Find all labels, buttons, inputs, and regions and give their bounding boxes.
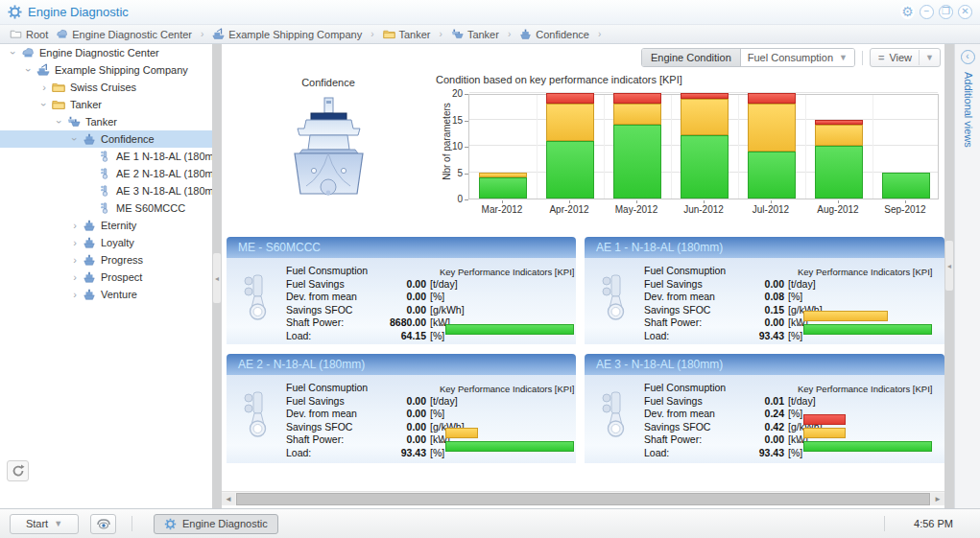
gear-icon: [164, 518, 177, 530]
metric-value: 0.15: [740, 304, 784, 317]
panel-header[interactable]: AE 2 - N-18-AL (180mm): [227, 354, 576, 375]
kpi-bar-yellow: [803, 428, 846, 438]
metric-unit: [%]: [430, 330, 444, 341]
tree-item-engine-diagnostic-center[interactable]: ›Engine Diagnostic Center: [0, 44, 212, 61]
metric-row: Fuel Savings0.01[t/day]: [644, 395, 823, 409]
metric-label: Load:: [286, 330, 382, 343]
breadcrumb-item[interactable]: Root: [6, 27, 52, 41]
engine-diagnostic-task-button[interactable]: Engine Diagnostic: [154, 514, 278, 534]
tree-item-swiss-cruises[interactable]: ›Swiss Cruises: [0, 79, 212, 96]
window-controls: ⚙ − ❐ ✕: [900, 5, 972, 19]
chart-bar-segment-yellow: [681, 99, 729, 136]
sidebar-splitter[interactable]: ◂: [212, 44, 222, 508]
kpi-bar-green: [445, 324, 574, 335]
panel-body: Fuel ConsmuptionFuel Savings0.00[t/day]D…: [227, 258, 576, 344]
sidebar-collapse-handle[interactable]: ◂: [213, 253, 221, 303]
breadcrumb-item[interactable]: Engine Diagnostic Center: [52, 27, 196, 41]
settings-icon[interactable]: ⚙: [900, 5, 915, 19]
metric-value: 0.00: [382, 433, 426, 447]
expand-chevron-icon[interactable]: ›: [69, 271, 81, 283]
engine-piston-icon: [239, 271, 274, 325]
tree-item-confidence[interactable]: ›Confidence: [0, 130, 212, 148]
x-tick-label: Apr-2012: [536, 204, 603, 215]
start-button[interactable]: Start ▼: [10, 514, 79, 534]
tree-item-example-shipping-company[interactable]: ›Example Shipping Company: [0, 61, 212, 79]
tree-item-tanker[interactable]: ›Tanker: [0, 113, 212, 130]
folder-icon: [383, 28, 395, 40]
engine-icon: [98, 201, 111, 215]
tree-item-ae-1-n-18-al-180mm[interactable]: AE 1 N-18-AL (180mm): [0, 148, 212, 165]
metric-label: Savings SFOC: [644, 304, 740, 317]
collapse-chevron-icon[interactable]: ›: [69, 133, 81, 145]
panel-header[interactable]: ME - S60MCCC: [227, 237, 576, 258]
breadcrumb-label: Example Shipping Company: [228, 29, 362, 40]
expand-chevron-icon[interactable]: ›: [69, 220, 81, 231]
chart-bar-segment-green: [882, 173, 930, 199]
vessel-illustration: [285, 90, 371, 221]
metric-unit: [%]: [788, 408, 802, 419]
task-button-label: Engine Diagnostic: [182, 518, 268, 529]
metric-value: 0.01: [740, 395, 784, 409]
expand-chevron-icon[interactable]: ›: [69, 237, 81, 248]
panel-header[interactable]: AE 1 - N-18-AL (180mm): [585, 237, 944, 258]
breadcrumb-item[interactable]: Confidence: [515, 27, 593, 41]
breadcrumb-separator-icon: ›: [370, 29, 373, 39]
folder-icon: [52, 81, 65, 94]
collapse-chevron-icon[interactable]: ›: [54, 116, 65, 128]
scroll-right-arrow[interactable]: ►: [931, 493, 944, 505]
refresh-button[interactable]: [7, 460, 29, 481]
expand-chevron-icon[interactable]: ›: [69, 254, 81, 266]
additional-views-collapse-handle[interactable]: ◂: [945, 241, 953, 291]
close-icon[interactable]: ✕: [958, 5, 972, 19]
tree-item-ae-2-n-18-al-180mm[interactable]: AE 2 N-18-AL (180mm): [0, 165, 212, 182]
x-tick-label: May-2012: [603, 204, 670, 215]
tree-item-me-s60mccc[interactable]: ME S60MCCC: [0, 199, 212, 217]
scrollbar-thumb[interactable]: [236, 493, 930, 505]
breadcrumb-separator-icon: ›: [440, 29, 442, 39]
breadcrumb-item[interactable]: Tanker: [379, 27, 435, 41]
expand-chevron-icon[interactable]: ›: [38, 82, 50, 93]
tree-item-ae-3-n-18-al-180mm[interactable]: AE 3 N-18-AL (180mm): [0, 182, 212, 199]
scroll-left-arrow[interactable]: ◄: [222, 493, 235, 505]
breadcrumb-separator-icon: ›: [201, 29, 203, 39]
view-menu-button[interactable]: = View ▼: [870, 48, 941, 67]
metric-unit: [%]: [430, 291, 444, 302]
view-toolbar: Engine Condition Fuel Consumption ▼ = Vi…: [641, 48, 941, 67]
breadcrumb-item[interactable]: Example Shipping Company: [208, 27, 366, 41]
metric-row: Savings SFOC0.00[g/kWh]: [286, 421, 465, 434]
additional-views-tab[interactable]: Additional views: [963, 72, 974, 148]
breadcrumb-item[interactable]: Tanker: [447, 27, 503, 41]
tree-item-venture[interactable]: ›Venture: [0, 286, 212, 303]
metric-label: Dev. from mean: [644, 408, 740, 421]
tree-item-eternity[interactable]: ›Eternity: [0, 217, 212, 234]
collapse-chevron-icon[interactable]: ›: [38, 99, 50, 110]
y-tick-label: 5: [445, 168, 463, 178]
monitor-button[interactable]: [90, 514, 116, 534]
restore-icon[interactable]: ❐: [939, 5, 953, 19]
chart-bar-segment-green: [681, 135, 729, 199]
kpi-bars: [445, 275, 574, 335]
fleet-icon: [451, 28, 464, 40]
metric-row: Load:64.15[%]: [286, 330, 465, 343]
metric-label: Shaft Power:: [286, 433, 382, 447]
engine-panel-me-s60mccc: ME - S60MCCCFuel ConsmuptionFuel Savings…: [227, 237, 576, 344]
expand-chevron-icon[interactable]: ›: [69, 289, 81, 300]
panel-header[interactable]: AE 3 - N-18-AL (180mm): [585, 354, 944, 375]
metric-row: Load:93.43[%]: [644, 330, 823, 343]
collapse-chevron-icon[interactable]: ›: [23, 64, 35, 76]
tree-item-progress[interactable]: ›Progress: [0, 251, 212, 269]
collapse-chevron-icon[interactable]: ›: [8, 47, 19, 58]
expand-panel-icon[interactable]: ‹: [961, 50, 975, 64]
tree-item-prospect[interactable]: ›Prospect: [0, 269, 212, 286]
engine-condition-button[interactable]: Engine Condition: [642, 49, 741, 66]
metric-value: 0.08: [740, 291, 784, 304]
tree-item-loyalty[interactable]: ›Loyalty: [0, 234, 212, 251]
chart-bar-segment-yellow: [479, 173, 527, 178]
minimize-icon[interactable]: −: [920, 5, 934, 19]
tree-item-tanker[interactable]: ›Tanker: [0, 96, 212, 113]
tree-item-label: AE 2 N-18-AL (180mm): [116, 168, 212, 179]
additional-views-splitter[interactable]: ◂: [944, 44, 954, 508]
condition-toggle-group: Engine Condition Fuel Consumption ▼: [641, 48, 855, 67]
chevron-down-icon[interactable]: ▼: [919, 50, 940, 65]
fuel-consumption-dropdown[interactable]: Fuel Consumption ▼: [741, 49, 854, 66]
